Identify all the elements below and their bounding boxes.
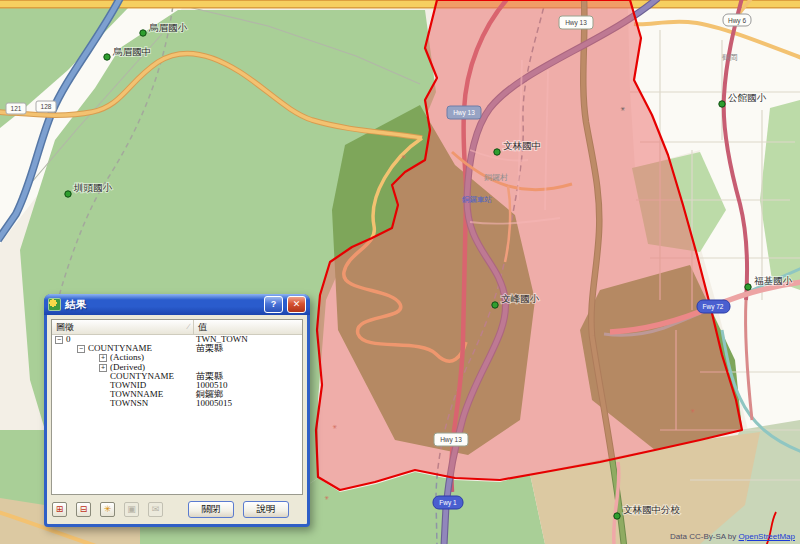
shield-label: Hwy 13	[565, 19, 587, 27]
qgis-app-icon	[48, 298, 61, 311]
help-titlebar-button[interactable]: ?	[264, 296, 283, 313]
expand-tree-button[interactable]: ⊞	[52, 502, 67, 517]
tree-row[interactable]: +(Actions)	[52, 353, 302, 362]
place-label: 銅鑼村	[484, 173, 508, 182]
shield-label: Hwy 6	[728, 17, 746, 25]
svg-text:✳: ✳	[324, 495, 329, 501]
shield-label: Hwy 13	[440, 436, 462, 444]
shield-label: 121	[11, 105, 22, 112]
school-label: 福基國小	[754, 275, 793, 286]
collapse-toggle-icon[interactable]: −	[77, 345, 85, 353]
attribution-text: Data CC-By-SA by	[670, 532, 738, 541]
school-label: 圳頭國小	[73, 182, 113, 193]
tree-row[interactable]: +(Derived)	[52, 363, 302, 372]
help-button[interactable]: 說明	[243, 501, 289, 518]
print-results-button: ✉	[148, 502, 163, 517]
expand-toggle-icon[interactable]: +	[99, 364, 107, 372]
school-label: 文峰國小	[501, 293, 540, 304]
results-tree[interactable]: 圖徵∕ 值 −0 TWN_TOWN −COUNTYNAME 苗栗縣 +(Acti…	[51, 319, 303, 495]
shield-label: 128	[41, 103, 52, 110]
svg-text:✳: ✳	[690, 408, 695, 414]
svg-text:✳: ✳	[332, 424, 337, 430]
shield-label: Fwy 72	[703, 303, 724, 311]
dialog-titlebar[interactable]: 結果 ? ✕	[44, 294, 310, 315]
collapse-tree-button[interactable]: ⊟	[76, 502, 91, 517]
school-label: 烏眉國中	[112, 47, 151, 57]
tree-row[interactable]: COUNTYNAME 苗栗縣	[52, 372, 302, 381]
sort-indicator-icon: ∕	[188, 320, 189, 334]
close-titlebar-button[interactable]: ✕	[287, 296, 306, 313]
school-label: 公館國小	[728, 92, 767, 103]
expand-toggle-icon[interactable]: +	[99, 354, 107, 362]
school-label: 烏眉國小	[148, 22, 188, 33]
svg-text:✳: ✳	[620, 106, 625, 112]
app-window: ✳✳ ✳✳ ✳ 烏眉國小 烏眉國中 圳頭國小 文林國中 文峰國小 公館國小 福基…	[0, 0, 800, 544]
copy-attributes-button: ▣	[124, 502, 139, 517]
tree-row[interactable]: TOWNSN 10005015	[52, 399, 302, 408]
map-attribution: Data CC-By-SA by OpenStreetMap	[670, 532, 795, 541]
station-label: 銅鑼車站	[462, 195, 493, 204]
school-label: 文林國中分校	[623, 505, 681, 515]
tree-row[interactable]: TOWNID 1000510	[52, 381, 302, 390]
svg-text:✳: ✳	[401, 154, 406, 160]
openstreetmap-link[interactable]: OpenStreetMap	[739, 532, 795, 541]
school-label: 文林國中	[503, 141, 541, 151]
dialog-footer: ⊞ ⊟ ✳ ▣ ✉ 關閉 說明	[51, 499, 303, 519]
tree-row[interactable]: TOWNNAME 銅鑼鄉	[52, 390, 302, 399]
tree-row[interactable]: −COUNTYNAME 苗栗縣	[52, 344, 302, 353]
tree-header: 圖徵∕ 值	[52, 320, 302, 335]
place-label: 鶴岡	[722, 53, 738, 62]
column-header-feature[interactable]: 圖徵∕	[52, 320, 194, 334]
dialog-title: 結果	[65, 298, 260, 312]
column-header-value[interactable]: 值	[194, 320, 302, 334]
shield-label: Fwy 1	[439, 499, 457, 507]
close-button[interactable]: 關閉	[188, 501, 234, 518]
expand-new-results-button[interactable]: ✳	[100, 502, 115, 517]
collapse-toggle-icon[interactable]: −	[55, 336, 63, 344]
shield-label: Hwy 13	[453, 109, 475, 117]
identify-results-dialog: 結果 ? ✕ 圖徵∕ 值 −0 TWN_TOWN −COUNTYNAME 苗栗縣	[44, 294, 310, 527]
